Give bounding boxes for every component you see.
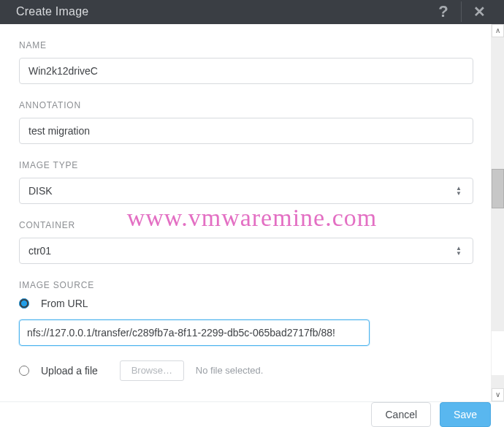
vertical-scrollbar[interactable]: ∧ ∨ bbox=[491, 24, 504, 401]
close-icon[interactable]: ✕ bbox=[466, 3, 492, 20]
scroll-down-arrow-icon[interactable]: ∨ bbox=[492, 388, 504, 401]
from-url-label[interactable]: From URL bbox=[41, 298, 88, 309]
scroll-track[interactable] bbox=[492, 37, 504, 388]
upload-status: No file selected. bbox=[196, 365, 264, 376]
save-button[interactable]: Save bbox=[440, 402, 491, 427]
image-type-label: IMAGE TYPE bbox=[19, 160, 473, 170]
field-image-type: IMAGE TYPE DISK ▲▼ bbox=[19, 160, 473, 204]
field-name: NAME bbox=[19, 40, 473, 84]
annotation-label: ANNOTATION bbox=[19, 100, 473, 110]
source-upload-row: Upload a file Browse… No file selected. bbox=[19, 360, 473, 381]
field-container: CONTAINER ctr01 ▲▼ bbox=[19, 220, 473, 264]
container-selected: ctr01 bbox=[28, 245, 454, 257]
field-annotation: ANNOTATION bbox=[19, 100, 473, 144]
caret-icon: ▲▼ bbox=[454, 186, 464, 196]
container-select[interactable]: ctr01 ▲▼ bbox=[19, 238, 473, 264]
caret-icon: ▲▼ bbox=[454, 246, 464, 256]
browse-button: Browse… bbox=[120, 360, 184, 381]
container-label: CONTAINER bbox=[19, 220, 473, 230]
dialog-header: Create Image ? ✕ bbox=[0, 0, 504, 24]
form-scroll-area: NAME ANNOTATION IMAGE TYPE DISK ▲▼ CONTA… bbox=[0, 24, 491, 401]
upload-label[interactable]: Upload a file bbox=[41, 365, 98, 377]
from-url-radio[interactable] bbox=[19, 298, 29, 309]
image-source-label: IMAGE SOURCE bbox=[19, 280, 473, 290]
cancel-button[interactable]: Cancel bbox=[371, 402, 431, 427]
create-image-dialog: Create Image ? ✕ NAME ANNOTATION IMAGE T… bbox=[0, 0, 504, 427]
dialog-footer: Cancel Save bbox=[0, 401, 504, 427]
name-input[interactable] bbox=[19, 58, 473, 84]
scroll-thumb[interactable] bbox=[492, 169, 504, 208]
scroll-gap bbox=[492, 331, 504, 375]
name-label: NAME bbox=[19, 40, 473, 50]
dialog-title: Create Image bbox=[16, 5, 430, 18]
from-url-input[interactable] bbox=[19, 320, 370, 346]
image-type-selected: DISK bbox=[28, 185, 454, 197]
source-from-url-row: From URL bbox=[19, 298, 473, 309]
upload-radio[interactable] bbox=[19, 366, 29, 376]
help-icon[interactable]: ? bbox=[430, 2, 457, 21]
header-separator bbox=[461, 1, 462, 22]
dialog-body: NAME ANNOTATION IMAGE TYPE DISK ▲▼ CONTA… bbox=[0, 24, 504, 401]
annotation-input[interactable] bbox=[19, 118, 473, 144]
field-image-source: IMAGE SOURCE From URL Upload a file Brow… bbox=[19, 280, 473, 381]
scroll-up-arrow-icon[interactable]: ∧ bbox=[492, 24, 504, 37]
image-type-select[interactable]: DISK ▲▼ bbox=[19, 178, 473, 204]
